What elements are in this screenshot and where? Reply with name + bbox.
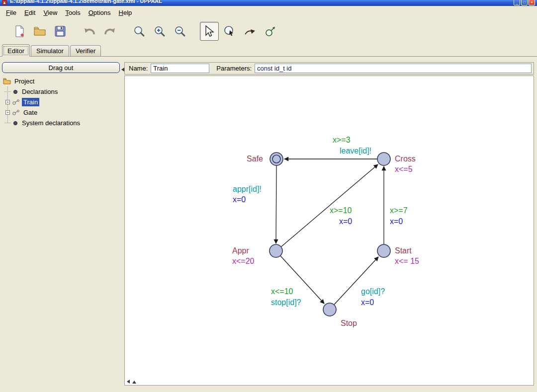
undo-arrow-icon — [83, 25, 96, 38]
edge-start-cross[interactable]: x>=7x=0 — [384, 166, 408, 244]
name-input[interactable] — [151, 64, 209, 73]
location-safe[interactable]: Safe — [247, 153, 283, 165]
tree-item-label: System declarations — [20, 119, 82, 127]
redo-arrow-icon — [103, 25, 116, 38]
tab-simulator[interactable]: Simulator — [31, 45, 69, 56]
expand-toggle[interactable]: + — [5, 100, 10, 104]
app-icon — [2, 0, 7, 5]
new-file-button[interactable] — [10, 22, 29, 41]
tree-connector — [4, 123, 11, 123]
expand-toggle[interactable]: + — [5, 110, 10, 115]
sidebar: Drag out ProjectDeclarations+Train+GateS… — [0, 57, 121, 392]
menu-item-tools[interactable]: Tools — [61, 7, 84, 18]
location-name-label[interactable]: Cross — [395, 155, 416, 163]
location-circle-icon — [264, 25, 277, 38]
parameters-label: Parameters: — [216, 65, 252, 72]
select-tool-button[interactable] — [200, 22, 219, 41]
add-edge-tool-button[interactable] — [241, 22, 260, 41]
edge-arrow-icon — [244, 25, 257, 38]
zoom-out-button[interactable] — [171, 22, 189, 41]
open-file-button[interactable] — [30, 22, 49, 41]
edge-guard-label[interactable]: x<=10 — [271, 287, 293, 296]
tree-connector-line — [7, 86, 8, 123]
magnifier-minus-icon — [174, 25, 186, 38]
cursor-arrow-icon — [203, 25, 216, 38]
drag-out-button[interactable]: Drag out — [2, 62, 120, 73]
location-circle[interactable] — [323, 303, 336, 316]
tree-item-declarations[interactable]: Declarations — [3, 86, 121, 97]
undo-button[interactable] — [80, 22, 99, 41]
edge-guard-label[interactable]: x>=10 — [330, 206, 352, 215]
location-invariant-label[interactable]: x<= 15 — [395, 257, 419, 265]
tree-item-label: Train — [22, 98, 39, 106]
bullet-icon — [12, 120, 18, 126]
tree-item-label: Declarations — [20, 87, 59, 96]
new-file-icon — [13, 25, 26, 38]
edge-sync-label[interactable]: leave[id]! — [340, 147, 371, 155]
menu-item-edit[interactable]: Edit — [20, 7, 39, 18]
edge-appr-cross[interactable]: x>=10x=0 — [281, 164, 378, 247]
splitter-collapse-arrow-icon[interactable] — [121, 68, 124, 72]
editor-canvas[interactable]: appr[id]!x=0x>=3leave[id]!x>=10x=0x<=10s… — [124, 76, 534, 386]
edge-appr-stop[interactable]: x<=10stop[id]? — [271, 256, 324, 307]
menu-bar: FileEditViewToolsOptionsHelp — [0, 6, 537, 19]
tree-item-gate[interactable]: +Gate — [3, 107, 121, 118]
menu-item-help[interactable]: Help — [115, 7, 136, 18]
open-folder-icon — [33, 25, 46, 38]
location-start[interactable]: Startx<= 15 — [377, 244, 419, 265]
template-icon — [12, 99, 20, 105]
add-location-tool-button[interactable] — [261, 22, 280, 41]
close-button[interactable]: × — [529, 0, 535, 5]
scroll-up-arrow-icon[interactable] — [132, 381, 136, 384]
location-name-label[interactable]: Start — [395, 246, 412, 255]
edge-update-label[interactable]: x=0 — [233, 195, 246, 204]
edge-safe-appr[interactable]: appr[id]!x=0 — [233, 165, 276, 243]
edge-sync-label[interactable]: stop[id]? — [271, 298, 301, 307]
scroll-left-arrow-icon[interactable] — [127, 380, 130, 384]
canvas-scroll-corner[interactable] — [127, 380, 136, 384]
tree-item-system-declarations[interactable]: System declarations — [3, 118, 121, 128]
edge-sync-label[interactable]: go[id]? — [361, 287, 385, 296]
zoom-area-tool-button[interactable] — [220, 22, 239, 41]
parameters-input[interactable] — [255, 64, 532, 73]
location-circle[interactable] — [377, 244, 390, 257]
tab-editor[interactable]: Editor — [2, 44, 30, 57]
automaton-drawing[interactable]: appr[id]!x=0x>=3leave[id]!x>=10x=0x<=10s… — [125, 76, 533, 385]
edge-cross-safe[interactable]: x>=3leave[id]! — [284, 136, 377, 159]
maximize-button[interactable]: □ — [521, 0, 528, 5]
edge-guard-label[interactable]: x>=3 — [333, 136, 351, 144]
location-invariant-label[interactable]: x<=5 — [395, 165, 413, 173]
edge-stop-start[interactable]: go[id]?x=0 — [334, 257, 385, 307]
main-area: Drag out ProjectDeclarations+Train+GateS… — [0, 57, 537, 392]
edge-update-label[interactable]: x=0 — [361, 298, 374, 307]
zoom-in-button[interactable] — [150, 22, 169, 41]
edge-guard-label[interactable]: x>=7 — [390, 206, 408, 215]
location-name-label[interactable]: Stop — [341, 319, 357, 327]
zoom-100-button[interactable] — [130, 22, 149, 41]
edge-update-label[interactable]: x=0 — [390, 217, 403, 226]
tree-item-train[interactable]: +Train — [3, 97, 121, 107]
location-stop[interactable]: Stop — [323, 303, 357, 327]
tab-verifier[interactable]: Verifier — [70, 45, 101, 56]
edge-sync-label[interactable]: appr[id]! — [233, 185, 262, 193]
project-tree: ProjectDeclarations+Train+GateSystem dec… — [0, 76, 121, 128]
location-circle[interactable] — [269, 244, 282, 257]
tree-item-project[interactable]: Project — [3, 76, 121, 86]
location-name-label[interactable]: Appr — [232, 246, 249, 255]
location-circle[interactable] — [377, 153, 390, 165]
location-name-label[interactable]: Safe — [247, 155, 263, 163]
tree-item-label: Gate — [22, 108, 39, 117]
save-button[interactable] — [51, 22, 70, 41]
menu-item-view[interactable]: View — [39, 7, 61, 18]
location-cross[interactable]: Crossx<=5 — [377, 153, 416, 173]
menu-item-file[interactable]: File — [2, 7, 20, 18]
tree-item-label: Project — [13, 77, 36, 85]
location-circle[interactable] — [270, 153, 283, 165]
minimize-button[interactable]: _ — [514, 0, 520, 5]
redo-button[interactable] — [100, 22, 119, 41]
location-appr[interactable]: Apprx<=20 — [232, 244, 282, 265]
location-invariant-label[interactable]: x<=20 — [232, 257, 255, 265]
floppy-disk-icon — [54, 25, 67, 38]
edge-update-label[interactable]: x=0 — [339, 217, 352, 226]
menu-item-options[interactable]: Options — [85, 7, 115, 18]
